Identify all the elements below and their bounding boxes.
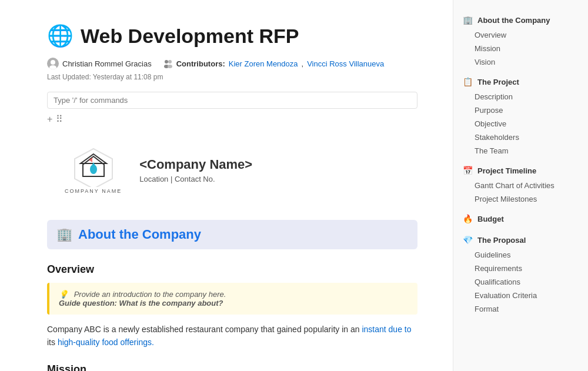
company-logo: COMPANY NAME xyxy=(65,146,122,194)
svg-point-6 xyxy=(168,65,172,68)
sidebar-item-gantt[interactable]: Gantt Chart of Activities xyxy=(453,179,588,192)
sidebar-section-proposal: 💎 The Proposal Guidelines Requirements Q… xyxy=(453,232,588,316)
sidebar-item-purpose[interactable]: Purpose xyxy=(453,103,588,117)
sidebar-project-label: The Project xyxy=(477,78,519,86)
tip-icon: 💡 xyxy=(59,290,68,299)
sidebar-section-budget: 🔥 Budget xyxy=(453,210,588,227)
sidebar-proposal-label: The Proposal xyxy=(477,236,526,245)
grid-icon[interactable]: ⠿ xyxy=(56,113,63,125)
section-about-icon: 🏢 xyxy=(56,227,72,242)
meta-row: Christian Rommel Gracias Contributors: K… xyxy=(47,58,417,69)
sidebar-section-project: 📋 The Project Description Purpose Object… xyxy=(453,73,588,158)
command-input-row xyxy=(47,92,417,109)
contributor-2[interactable]: Vincci Ross Villanueva xyxy=(307,59,384,68)
tip-line2: Guide question: What is the company abou… xyxy=(59,299,223,308)
toolbar-icons: + ⠿ xyxy=(47,113,417,125)
sidebar-item-objective[interactable]: Objective xyxy=(453,117,588,131)
sidebar-about-label: About the Company xyxy=(477,16,550,25)
contributor-1[interactable]: Kier Zoren Mendoza xyxy=(229,59,298,68)
contributors-info: Contributors: Kier Zoren Mendoza, Vincci… xyxy=(163,59,385,68)
overview-heading: Overview xyxy=(47,263,417,276)
svg-point-3 xyxy=(165,60,168,63)
sidebar-item-mission[interactable]: Mission xyxy=(453,42,588,55)
company-details: Location | Contact No. xyxy=(139,175,252,183)
contributors-label: Contributors: xyxy=(176,59,225,68)
sidebar-section-about: 🏢 About the Company Overview Mission Vis… xyxy=(453,12,588,69)
sidebar-section-header-about[interactable]: 🏢 About the Company xyxy=(453,12,588,28)
sidebar-budget-label: Budget xyxy=(477,215,504,223)
svg-point-4 xyxy=(168,60,172,63)
tip-line1: Provide an introduction to the company h… xyxy=(74,290,226,299)
avatar xyxy=(47,58,59,69)
section-header-about: 🏢 About the Company xyxy=(47,220,417,249)
sidebar-item-description[interactable]: Description xyxy=(453,90,588,103)
tip-box: 💡 Provide an introduction to the company… xyxy=(47,283,417,315)
sidebar-timeline-label: Project Timeline xyxy=(477,166,536,175)
overview-text: Company ABC is a newly established resta… xyxy=(47,323,417,349)
sidebar-item-vision[interactable]: Vision xyxy=(453,55,588,69)
page-icon: 🌐 xyxy=(47,24,74,48)
sidebar-item-evaluation[interactable]: Evaluation Criteria xyxy=(453,289,588,302)
sidebar-budget-icon: 🔥 xyxy=(463,214,473,223)
sidebar-item-milestones[interactable]: Project Milestones xyxy=(453,192,588,206)
section-about-title: About the Company xyxy=(78,227,201,242)
logo-svg xyxy=(70,146,117,187)
sidebar-item-qualifications[interactable]: Qualifications xyxy=(453,275,588,289)
contributors-icon xyxy=(163,59,173,68)
author-info: Christian Rommel Gracias xyxy=(47,58,152,69)
company-logo-text: COMPANY NAME xyxy=(65,188,122,194)
page-title-row: 🌐 Web Development RFP xyxy=(47,24,417,48)
sidebar-section-header-proposal[interactable]: 💎 The Proposal xyxy=(453,232,588,248)
app-container: 🌐 Web Development RFP Christian Rommel G… xyxy=(0,0,588,371)
sidebar-section-timeline: 📅 Project Timeline Gantt Chart of Activi… xyxy=(453,162,588,206)
mission-heading: Mission xyxy=(47,363,417,371)
sidebar-timeline-icon: 📅 xyxy=(463,166,473,175)
sidebar-section-header-project[interactable]: 📋 The Project xyxy=(453,73,588,90)
sidebar-about-icon: 🏢 xyxy=(463,15,473,25)
sidebar-project-icon: 📋 xyxy=(463,77,473,86)
sidebar-item-requirements[interactable]: Requirements xyxy=(453,262,588,275)
svg-point-1 xyxy=(51,60,55,65)
page-title: Web Development RFP xyxy=(81,25,299,48)
company-info: <Company Name> Location | Contact No. xyxy=(139,157,252,183)
author-name: Christian Rommel Gracias xyxy=(62,59,152,68)
last-updated: Last Updated: Yesterday at 11:08 pm xyxy=(47,73,417,81)
sidebar-item-guidelines[interactable]: Guidelines xyxy=(453,248,588,262)
sidebar-proposal-icon: 💎 xyxy=(463,235,473,245)
sidebar-section-header-budget[interactable]: 🔥 Budget xyxy=(453,210,588,227)
command-input[interactable] xyxy=(47,92,417,109)
company-name: <Company Name> xyxy=(139,157,252,172)
company-header-card: COMPANY NAME <Company Name> Location | C… xyxy=(47,134,417,206)
main-content: 🌐 Web Development RFP Christian Rommel G… xyxy=(0,0,453,371)
plus-icon[interactable]: + xyxy=(47,114,52,125)
sidebar-item-format[interactable]: Format xyxy=(453,302,588,316)
sidebar-section-header-timeline[interactable]: 📅 Project Timeline xyxy=(453,162,588,179)
svg-marker-9 xyxy=(81,154,106,163)
sidebar-item-overview[interactable]: Overview xyxy=(453,28,588,42)
sidebar: 🏢 About the Company Overview Mission Vis… xyxy=(453,0,588,371)
sidebar-item-the-team[interactable]: The Team xyxy=(453,144,588,158)
sidebar-item-stakeholders[interactable]: Stakeholders xyxy=(453,131,588,144)
